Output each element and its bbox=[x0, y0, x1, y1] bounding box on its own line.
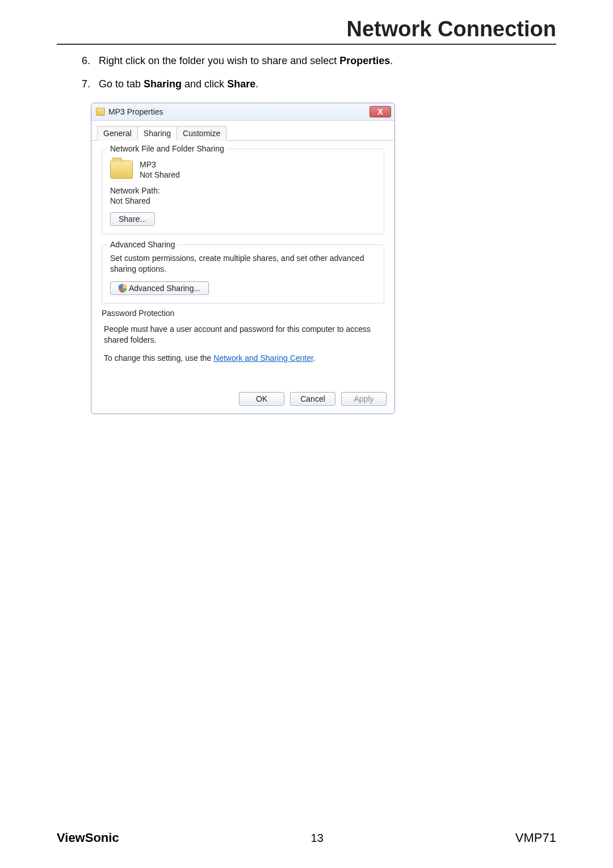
tab-general[interactable]: General bbox=[97, 126, 138, 141]
group-network-sharing: Network File and Folder Sharing MP3 Not … bbox=[102, 149, 384, 235]
instruction-list: 6. Right click on the folder you wish to… bbox=[57, 53, 556, 92]
step-6: 6. Right click on the folder you wish to… bbox=[82, 53, 556, 69]
group-title: Network File and Folder Sharing bbox=[108, 144, 226, 153]
dialog-footer: OK Cancel Apply bbox=[91, 386, 394, 414]
group-advanced-sharing: Advanced Sharing Set custom permissions,… bbox=[102, 245, 384, 304]
group-password-protection: Password Protection People must have a u… bbox=[102, 314, 384, 370]
advanced-description: Set custom permissions, create multiple … bbox=[110, 253, 376, 275]
close-icon: X bbox=[377, 107, 383, 116]
dialog-body: Network File and Folder Sharing MP3 Not … bbox=[91, 141, 394, 386]
folder-status: Not Shared bbox=[140, 170, 180, 180]
dialog-title: MP3 Properties bbox=[108, 107, 163, 116]
network-path-label: Network Path: bbox=[110, 186, 376, 195]
page-title: Network Connection bbox=[57, 17, 556, 41]
network-sharing-center-link[interactable]: Network and Sharing Center bbox=[213, 353, 313, 363]
folder-icon bbox=[96, 108, 105, 116]
dialog-titlebar: MP3 Properties X bbox=[91, 103, 394, 121]
step-number: 6. bbox=[82, 53, 99, 69]
tab-sharing[interactable]: Sharing bbox=[137, 126, 177, 141]
password-change-line: To change this setting, use the Network … bbox=[104, 353, 382, 363]
cancel-button[interactable]: Cancel bbox=[290, 392, 335, 406]
group-title: Password Protection bbox=[102, 309, 177, 318]
folder-name: MP3 bbox=[140, 159, 180, 170]
step-number: 7. bbox=[82, 76, 99, 92]
footer-brand: ViewSonic bbox=[57, 831, 119, 845]
page-header: Network Connection bbox=[57, 17, 556, 45]
footer-page-number: 13 bbox=[311, 832, 324, 845]
tabs: General Sharing Customize bbox=[91, 121, 394, 141]
shield-icon bbox=[119, 284, 127, 293]
apply-button[interactable]: Apply bbox=[341, 392, 387, 406]
close-button[interactable]: X bbox=[370, 106, 391, 117]
step-text: Right click on the folder you wish to sh… bbox=[99, 53, 393, 69]
page-footer: ViewSonic 13 VMP71 bbox=[57, 831, 556, 845]
password-description: People must have a user account and pass… bbox=[104, 324, 382, 345]
footer-model: VMP71 bbox=[515, 831, 556, 845]
network-path-value: Not Shared bbox=[110, 196, 376, 205]
step-text: Go to tab Sharing and click Share. bbox=[99, 76, 258, 92]
ok-button[interactable]: OK bbox=[239, 392, 284, 406]
step-7: 7. Go to tab Sharing and click Share. bbox=[82, 76, 556, 92]
folder-icon bbox=[110, 161, 133, 179]
group-title: Advanced Sharing bbox=[108, 240, 177, 249]
share-button[interactable]: Share... bbox=[110, 212, 155, 226]
tab-customize[interactable]: Customize bbox=[177, 126, 226, 141]
advanced-sharing-button[interactable]: Advanced Sharing... bbox=[110, 281, 209, 295]
advanced-sharing-label: Advanced Sharing... bbox=[129, 284, 200, 293]
properties-dialog: MP3 Properties X General Sharing Customi… bbox=[91, 103, 395, 414]
